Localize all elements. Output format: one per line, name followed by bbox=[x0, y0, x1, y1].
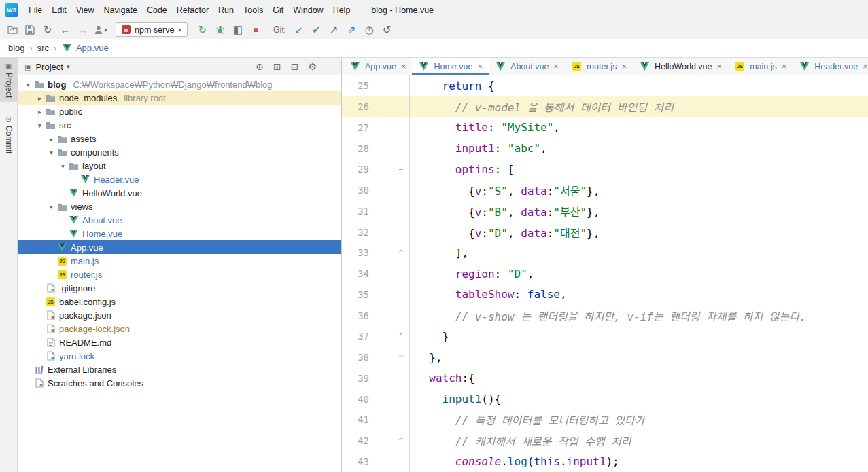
tab-header.vue[interactable]: Header.vue× bbox=[793, 58, 868, 75]
run-icon[interactable]: ↻ bbox=[194, 22, 211, 37]
code-line-37[interactable]: 37^ } bbox=[342, 326, 868, 347]
chevron-right-icon[interactable]: ▸ bbox=[35, 94, 45, 102]
git-update-icon[interactable]: ↙ bbox=[290, 22, 307, 37]
save-all-icon[interactable] bbox=[22, 22, 38, 37]
chevron-down-icon[interactable]: ▾ bbox=[46, 149, 56, 156]
tree-row-public[interactable]: ▸public bbox=[18, 105, 341, 118]
tree-row-blog[interactable]: ▾blogC:₩Workspace₩Python₩Django₩frontend… bbox=[18, 77, 341, 91]
tab-close-icon[interactable]: × bbox=[621, 61, 627, 71]
code-line-28[interactable]: 28 input1: "abc", bbox=[342, 138, 868, 159]
tree-row-readme.md[interactable]: README.md bbox=[18, 335, 341, 349]
chevron-right-icon[interactable]: ▸ bbox=[46, 135, 56, 143]
open-folder-icon[interactable] bbox=[4, 22, 20, 37]
tree-row-about.vue[interactable]: About.vue bbox=[18, 213, 341, 227]
breadcrumb-item-blog[interactable]: blog bbox=[8, 43, 25, 53]
project-panel-title[interactable]: Project bbox=[35, 62, 63, 72]
code-line-43[interactable]: 43 console.log(this.input1); bbox=[342, 452, 868, 472]
tree-row-home.vue[interactable]: Home.vue bbox=[18, 227, 341, 240]
menu-git[interactable]: Git bbox=[268, 0, 288, 20]
fold-collapse-icon[interactable]: − bbox=[398, 395, 403, 403]
fold-collapse-icon[interactable]: − bbox=[398, 166, 403, 173]
user-profile-icon[interactable]: ▾ bbox=[92, 22, 109, 37]
back-icon[interactable]: ← bbox=[57, 22, 73, 37]
profile-icon[interactable]: ◧ bbox=[230, 22, 246, 37]
tree-row-.gitignore[interactable]: .gitignore bbox=[18, 281, 341, 295]
run-config-selector[interactable]: n npm serve ▾ bbox=[116, 22, 188, 37]
code-line-25[interactable]: 25− return { bbox=[342, 75, 868, 96]
code-line-29[interactable]: 29− optins: [ bbox=[342, 159, 868, 180]
tree-row-app.vue[interactable]: App.vue bbox=[18, 240, 341, 254]
fold-end-icon[interactable]: ^ bbox=[398, 249, 403, 257]
settings-gear-icon[interactable]: ⚙ bbox=[309, 61, 317, 72]
code-line-27[interactable]: 27 title: "MySite", bbox=[342, 117, 868, 139]
breadcrumb-item-app.vue[interactable]: App.vue bbox=[61, 43, 109, 53]
tab-router.js[interactable]: JSrouter.js× bbox=[565, 58, 633, 75]
code-line-41[interactable]: 41− // 특정 데이터를 모니터링하고 있다가 bbox=[342, 410, 868, 431]
fold-end-icon[interactable]: ^ bbox=[398, 437, 403, 445]
menu-file[interactable]: File bbox=[24, 0, 47, 20]
tree-row-layout[interactable]: ▾layout bbox=[18, 159, 341, 173]
chevron-down-icon[interactable]: ▾ bbox=[58, 162, 68, 170]
menu-view[interactable]: View bbox=[71, 0, 99, 20]
git-commit-icon[interactable]: ✔ bbox=[308, 22, 324, 37]
tree-row-main.js[interactable]: JSmain.js bbox=[18, 254, 341, 268]
code-line-35[interactable]: 35 tableShow: false, bbox=[342, 285, 868, 306]
tree-row-external libraries[interactable]: External Libraries bbox=[18, 363, 341, 376]
code-line-31[interactable]: 31 {v:"B", data:"부산"}, bbox=[342, 201, 868, 222]
tab-home.vue[interactable]: Home.vue× bbox=[412, 58, 489, 75]
code-line-40[interactable]: 40− input1(){ bbox=[342, 388, 868, 410]
hide-panel-icon[interactable]: ─ bbox=[326, 61, 333, 72]
menu-refactor[interactable]: Refactor bbox=[172, 0, 213, 20]
fold-collapse-icon[interactable]: − bbox=[398, 416, 403, 424]
breadcrumb-item-src[interactable]: src bbox=[37, 43, 49, 53]
tab-main.js[interactable]: JSmain.js× bbox=[728, 58, 793, 75]
stop-icon[interactable]: ■ bbox=[247, 22, 264, 37]
code-line-30[interactable]: 30 {v:"S", data:"서울"}, bbox=[342, 180, 868, 201]
tree-row-yarn.lock[interactable]: yarn.lock bbox=[18, 349, 341, 363]
code-line-36[interactable]: 36 // v-show 는 랜더링을 하지만, v-if는 랜더링 자체를 하… bbox=[342, 305, 868, 326]
tree-row-views[interactable]: ▾views bbox=[18, 200, 341, 213]
tab-close-icon[interactable]: × bbox=[401, 61, 406, 71]
fold-end-icon[interactable]: ^ bbox=[398, 333, 403, 340]
locate-file-icon[interactable]: ⊕ bbox=[256, 61, 264, 72]
tree-row-babel.config.js[interactable]: JSbabel.config.js bbox=[18, 295, 341, 308]
code-line-42[interactable]: 42^ // 캐치해서 새로운 작업 수행 처리 bbox=[342, 431, 868, 452]
chevron-down-icon[interactable]: ▾ bbox=[23, 81, 33, 88]
tree-row-scratches and consoles[interactable]: Scratches and Consoles bbox=[18, 376, 341, 390]
tree-row-src[interactable]: ▾src bbox=[18, 118, 341, 132]
git-push-icon[interactable]: ↗ bbox=[326, 22, 342, 37]
stripe-project-button[interactable]: ▣ Project bbox=[0, 58, 17, 102]
collapse-all-icon[interactable]: ⊟ bbox=[291, 61, 299, 72]
tree-row-package-lock.json[interactable]: package-lock.json bbox=[18, 322, 341, 335]
git-shelve-icon[interactable]: ⇗ bbox=[343, 22, 360, 37]
tab-close-icon[interactable]: × bbox=[553, 61, 559, 71]
menu-help[interactable]: Help bbox=[328, 0, 355, 20]
code-line-38[interactable]: 38^ }, bbox=[342, 347, 868, 368]
expand-all-icon[interactable]: ⊞ bbox=[273, 61, 281, 72]
tree-row-router.js[interactable]: JSrouter.js bbox=[18, 268, 341, 281]
code-line-32[interactable]: 32 {v:"D", data:"대전"}, bbox=[342, 221, 868, 242]
fold-end-icon[interactable]: ^ bbox=[398, 354, 403, 361]
tree-row-components[interactable]: ▾components bbox=[18, 145, 341, 159]
tab-close-icon[interactable]: × bbox=[477, 61, 483, 71]
debug-bug-icon[interactable] bbox=[212, 22, 228, 37]
menu-code[interactable]: Code bbox=[142, 0, 172, 20]
tree-row-helloworld.vue[interactable]: HelloWorld.vue bbox=[18, 186, 341, 200]
tree-row-assets[interactable]: ▸assets bbox=[18, 132, 341, 145]
chevron-down-icon[interactable]: ▾ bbox=[35, 122, 45, 129]
forward-icon[interactable]: → bbox=[75, 22, 91, 37]
code-line-39[interactable]: 39− watch:{ bbox=[342, 368, 868, 389]
chevron-down-icon[interactable]: ▾ bbox=[46, 203, 56, 211]
menu-tools[interactable]: Tools bbox=[239, 0, 268, 20]
tab-close-icon[interactable]: × bbox=[863, 61, 868, 71]
menu-window[interactable]: Window bbox=[288, 0, 328, 20]
code-line-33[interactable]: 33^ ], bbox=[342, 242, 868, 264]
fold-collapse-icon[interactable]: − bbox=[398, 82, 403, 90]
git-history-icon[interactable]: ◷ bbox=[361, 22, 377, 37]
menu-run[interactable]: Run bbox=[213, 0, 239, 20]
git-rollback-icon[interactable]: ↺ bbox=[379, 22, 395, 37]
project-panel-caret[interactable]: ▾ bbox=[67, 63, 70, 70]
code-line-26[interactable]: 26 // v-model 을 통해서 데이터 바인딩 처리 bbox=[342, 96, 868, 117]
menu-edit[interactable]: Edit bbox=[47, 0, 71, 20]
tab-close-icon[interactable]: × bbox=[717, 61, 723, 71]
